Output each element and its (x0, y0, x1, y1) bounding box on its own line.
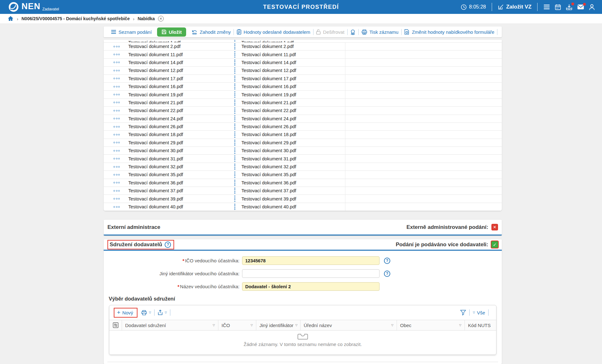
document-name[interactable]: Testovací dokument 1.pdf (126, 40, 231, 43)
supplier-values-button[interactable]: Hodnoty odeslané dodavatelem (234, 29, 313, 35)
drag-handle-icon[interactable] (231, 164, 239, 170)
drag-handle-icon[interactable] (231, 91, 239, 98)
certificate-button[interactable] (347, 29, 358, 35)
sort-caret-icon[interactable]: ▽ (295, 324, 298, 327)
sort-caret-icon[interactable]: ▽ (459, 324, 461, 327)
row-menu-icon[interactable] (107, 134, 126, 135)
drag-handle-icon[interactable] (231, 107, 239, 114)
row-menu-icon[interactable] (107, 118, 126, 119)
drag-handle-icon[interactable] (231, 188, 239, 194)
nen-logo[interactable]: NEN Zadavatel (8, 2, 59, 12)
row-menu-icon[interactable] (107, 126, 126, 128)
document-name[interactable]: Testovací dokument 18.pdf (126, 132, 231, 137)
document-name[interactable]: Testovací dokument 24.pdf (126, 116, 231, 121)
row-menu-icon[interactable] (107, 78, 126, 79)
nazev-input[interactable] (242, 282, 380, 291)
menu-button[interactable] (543, 4, 550, 10)
discard-changes-button[interactable]: Zahodit změny (189, 29, 234, 35)
sort-caret-icon[interactable]: ▽ (391, 324, 393, 327)
document-file-name[interactable]: Testovací dokument 40.pdf (239, 204, 345, 209)
help-icon[interactable]: ? (165, 242, 171, 248)
close-tab-icon[interactable]: ✕ (158, 16, 164, 21)
document-file-name[interactable]: Testovací dokument 19.pdf (239, 92, 345, 97)
messages-button[interactable] (577, 4, 584, 10)
column-header-dodavatel-sdruzeni[interactable]: Dodavatel sdružení▽ (122, 320, 218, 330)
document-file-name[interactable]: Testovací dokument 2.pdf (239, 44, 345, 49)
document-file-name[interactable]: Testovací dokument 12.pdf (239, 68, 345, 73)
document-name[interactable]: Testovací dokument 29.pdf (126, 140, 231, 145)
drag-handle-icon[interactable] (231, 147, 239, 154)
document-file-name[interactable]: Testovací dokument 32.pdf (239, 164, 345, 169)
document-name[interactable]: Testovací dokument 32.pdf (126, 164, 231, 169)
drag-handle-icon[interactable] (231, 43, 239, 50)
document-name[interactable]: Testovací dokument 30.pdf (126, 148, 231, 153)
document-file-name[interactable]: Testovací dokument 31.pdf (239, 156, 345, 161)
show-all-button[interactable]: ▽ Vše (473, 310, 485, 315)
document-name[interactable]: Testovací dokument 21.pdf (126, 100, 231, 105)
new-button[interactable]: + Nový (117, 310, 133, 315)
sort-caret-icon[interactable]: ▽ (213, 324, 215, 327)
sort-caret-icon[interactable]: ▽ (251, 324, 253, 327)
drag-handle-icon[interactable] (231, 83, 239, 90)
breadcrumb-item-procurement[interactable]: N006/25/V00004575 - Domácí kuchyňské spo… (21, 16, 130, 21)
drag-handle-icon[interactable] (231, 67, 239, 74)
document-name[interactable]: Testovací dokument 14.pdf (126, 60, 231, 65)
save-button[interactable]: Uložit (157, 27, 186, 37)
document-file-name[interactable]: Testovací dokument 22.pdf (239, 108, 345, 113)
filter-button[interactable] (460, 310, 466, 315)
grid-export-button[interactable]: ▽ (158, 310, 167, 315)
grid-print-button[interactable]: ▽ (141, 310, 151, 315)
document-file-name[interactable]: Testovací dokument 16.pdf (239, 84, 345, 89)
jiny-identifikator-input[interactable] (242, 269, 380, 278)
row-menu-icon[interactable] (107, 46, 126, 47)
row-menu-icon[interactable] (107, 70, 126, 71)
document-file-name[interactable]: Testovací dokument 1.pdf (239, 40, 345, 43)
create-vz-button[interactable]: Založit VZ (498, 4, 532, 10)
drag-handle-icon[interactable] (231, 171, 239, 178)
column-header-uredni-nazev[interactable]: Úřední název▽ (301, 320, 397, 330)
change-form-values-button[interactable]: Změnit hodnoty nabídkového formuláře (401, 29, 497, 35)
document-file-name[interactable]: Testovací dokument 30.pdf (239, 148, 345, 153)
row-menu-icon[interactable] (107, 94, 126, 95)
document-name[interactable]: Testovací dokument 31.pdf (126, 156, 231, 161)
red-x-badge-icon[interactable]: ✕ (491, 224, 498, 230)
document-file-name[interactable]: Testovací dokument 24.pdf (239, 116, 345, 121)
document-name[interactable]: Testovací dokument 35.pdf (126, 172, 231, 177)
column-header-kod-nuts[interactable]: Kód NUTS (465, 320, 496, 330)
drag-handle-icon[interactable] (231, 123, 239, 130)
document-name[interactable]: Testovací dokument 26.pdf (126, 124, 231, 129)
row-menu-icon[interactable] (107, 54, 126, 55)
drag-handle-icon[interactable] (231, 75, 239, 82)
drag-handle-icon[interactable] (231, 204, 239, 210)
row-menu-icon[interactable] (107, 86, 126, 87)
green-check-checkbox[interactable]: ✓ (491, 241, 498, 248)
user-button[interactable] (589, 4, 595, 10)
row-menu-icon[interactable] (107, 190, 126, 192)
document-file-name[interactable]: Testovací dokument 21.pdf (239, 100, 345, 105)
document-name[interactable]: Testovací dokument 12.pdf (126, 68, 231, 73)
drag-handle-icon[interactable] (231, 115, 239, 122)
document-file-name[interactable]: Testovací dokument 26.pdf (239, 124, 345, 129)
document-name[interactable]: Testovací dokument 22.pdf (126, 108, 231, 113)
ico-input[interactable] (242, 256, 380, 265)
row-menu-icon[interactable] (107, 150, 126, 152)
row-menu-icon[interactable] (107, 198, 126, 200)
drag-handle-icon[interactable] (231, 140, 239, 146)
row-menu-icon[interactable] (107, 206, 126, 208)
row-menu-icon[interactable] (107, 174, 126, 176)
drag-handle-icon[interactable] (231, 59, 239, 66)
document-file-name[interactable]: Testovací dokument 29.pdf (239, 140, 345, 145)
row-menu-icon[interactable] (107, 62, 126, 63)
row-menu-icon[interactable] (107, 102, 126, 103)
document-file-name[interactable]: Testovací dokument 17.pdf (239, 76, 345, 81)
document-name[interactable]: Testovací dokument 37.pdf (126, 188, 231, 193)
column-header-obec[interactable]: Obec▽ (397, 320, 465, 330)
document-file-name[interactable]: Testovací dokument 37.pdf (239, 188, 345, 193)
drag-handle-icon[interactable] (231, 131, 239, 138)
document-name[interactable]: Testovací dokument 19.pdf (126, 92, 231, 97)
column-settings-button[interactable] (109, 320, 122, 330)
document-name[interactable]: Testovací dokument 36.pdf (126, 180, 231, 185)
help-icon[interactable]: ? (384, 271, 390, 277)
document-name[interactable]: Testovací dokument 2.pdf (126, 44, 231, 49)
document-file-name[interactable]: Testovací dokument 35.pdf (239, 172, 345, 177)
